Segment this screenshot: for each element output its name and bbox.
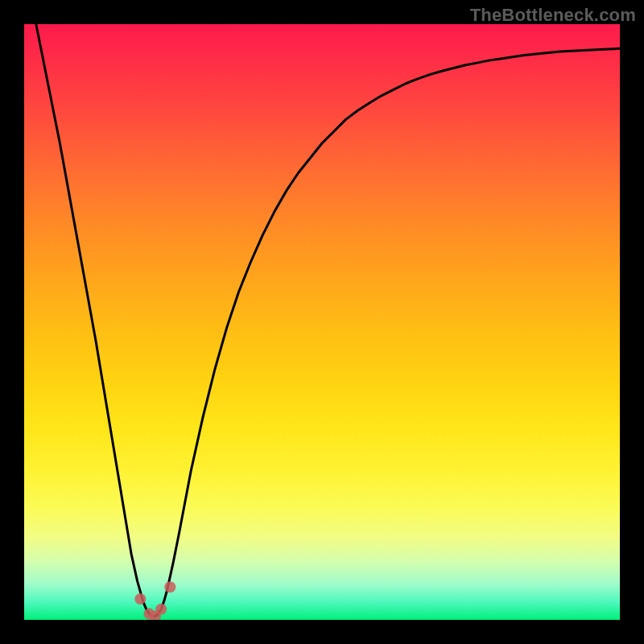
plot-area	[24, 24, 620, 620]
bottleneck-curve	[24, 24, 620, 617]
curve-layer	[24, 24, 620, 620]
trough-markers	[134, 581, 175, 620]
trough-marker	[164, 581, 175, 592]
watermark-text: TheBottleneck.com	[470, 5, 636, 26]
trough-marker	[155, 604, 167, 615]
trough-marker	[134, 593, 146, 605]
chart-frame: TheBottleneck.com	[0, 0, 644, 644]
